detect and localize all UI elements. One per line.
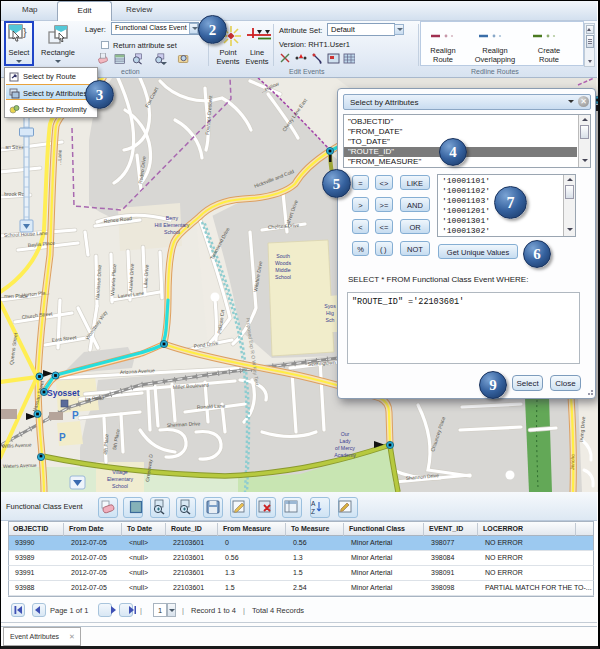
svg-text:Z: Z bbox=[311, 508, 315, 515]
svg-text:Waters Avenue: Waters Avenue bbox=[3, 462, 37, 469]
svg-text:Hig: Hig bbox=[326, 310, 334, 316]
svg-text:Sch: Sch bbox=[326, 317, 335, 323]
svg-text:Woods: Woods bbox=[275, 260, 291, 266]
svg-text:...Lane: ...Lane bbox=[56, 149, 63, 165]
svg-text:Lady: Lady bbox=[339, 438, 351, 444]
svg-text:Jericho: Jericho bbox=[569, 453, 576, 470]
svg-text:A: A bbox=[311, 500, 316, 507]
svg-text:South: South bbox=[276, 253, 290, 259]
svg-text:...an Street: ...an Street bbox=[1, 144, 26, 150]
svg-text:Hill Elementary: Hill Elementary bbox=[155, 222, 190, 228]
svg-text:Syosset: Syosset bbox=[47, 388, 80, 398]
svg-text:Academy: Academy bbox=[334, 452, 356, 458]
svg-text:Village: Village bbox=[112, 469, 128, 475]
svg-text:Berry: Berry bbox=[166, 215, 179, 221]
svg-text:Syos: Syos bbox=[324, 303, 336, 309]
svg-text:School: School bbox=[112, 483, 128, 489]
svg-text:of Mercy: of Mercy bbox=[335, 445, 355, 451]
svg-text:Elementary: Elementary bbox=[107, 476, 134, 482]
svg-text:School: School bbox=[164, 229, 180, 235]
svg-text:P: P bbox=[72, 410, 79, 421]
svg-text:Our: Our bbox=[341, 431, 350, 437]
svg-text:P: P bbox=[59, 432, 66, 443]
svg-text:School: School bbox=[275, 274, 291, 280]
svg-text:}: } bbox=[23, 26, 27, 38]
svg-text:...brook Roa: ...brook Roa bbox=[1, 191, 27, 197]
svg-text:Middle: Middle bbox=[275, 267, 290, 273]
